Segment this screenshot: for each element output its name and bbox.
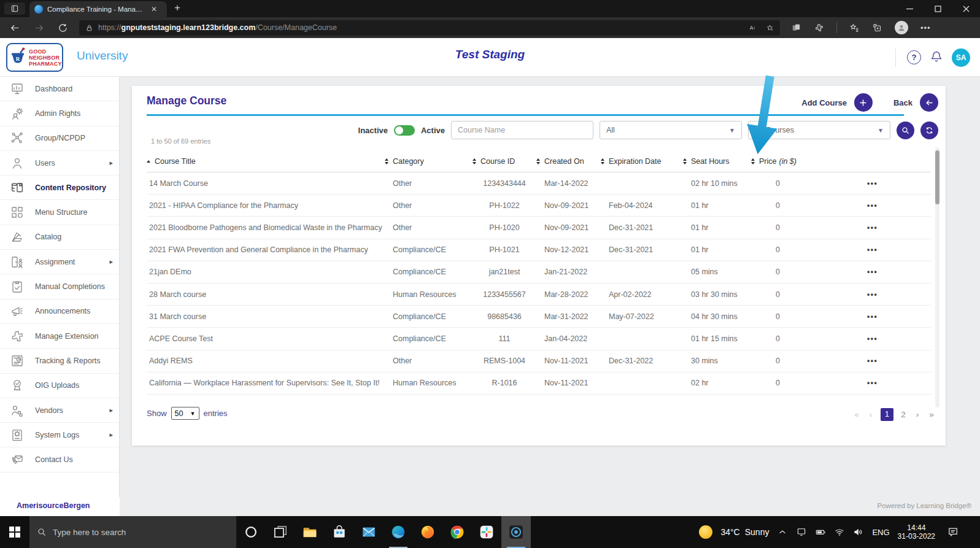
collections-icon[interactable] (872, 23, 882, 33)
start-button-icon[interactable] (0, 516, 29, 548)
split-screen-icon[interactable] (791, 23, 801, 33)
browser-profile-avatar[interactable] (895, 21, 908, 34)
column-header-course-title[interactable]: Course Title (147, 157, 385, 166)
row-actions-icon[interactable]: ••• (867, 357, 878, 365)
pagination-nav-icon[interactable]: › (913, 410, 922, 419)
row-actions-icon[interactable]: ••• (867, 268, 878, 276)
sidebar-item-manage-extension[interactable]: Manage Extension (0, 324, 119, 349)
row-actions-icon[interactable]: ••• (867, 179, 878, 188)
row-actions-icon[interactable]: ••• (867, 223, 878, 232)
row-actions-icon[interactable]: ••• (867, 290, 878, 299)
chrome-icon[interactable] (442, 516, 472, 548)
row-actions-icon[interactable]: ••• (867, 312, 878, 321)
sidebar-item-assignment[interactable]: Assignment▸ (0, 250, 119, 274)
pagination-page-2[interactable]: 2 (899, 410, 908, 419)
favorites-icon[interactable] (849, 23, 860, 33)
language-indicator[interactable]: ENG (872, 528, 889, 537)
file-explorer-icon[interactable] (295, 516, 325, 548)
weather-sun-icon[interactable] (699, 525, 712, 539)
manual-completions-icon (10, 279, 25, 294)
sidebar-item-system-logs[interactable]: System Logs▸ (0, 423, 119, 447)
notifications-bell-icon[interactable] (930, 49, 943, 66)
pagination-nav-icon[interactable]: ‹ (866, 410, 875, 419)
column-header-created-on[interactable]: Created On (536, 157, 601, 166)
forward-icon[interactable] (29, 20, 48, 36)
course-name-input[interactable] (451, 121, 593, 139)
reset-filters-button[interactable] (920, 122, 938, 139)
maximize-icon[interactable] (924, 0, 952, 17)
sidebar-item-dashboard[interactable]: Dashboard (0, 77, 119, 101)
task-view-icon[interactable] (266, 516, 295, 548)
pagination-nav-icon[interactable]: « (852, 410, 861, 419)
favorite-add-icon[interactable] (766, 24, 774, 32)
column-header-seat-hours[interactable]: Seat Hours (683, 157, 751, 166)
search-button[interactable] (897, 122, 914, 139)
pagination-nav-icon[interactable]: » (927, 410, 936, 419)
table-scrollbar-thumb[interactable] (935, 150, 939, 204)
screen-recorder-icon[interactable] (501, 516, 531, 548)
phone-link-icon[interactable] (796, 527, 807, 538)
table-scrollbar[interactable] (935, 147, 939, 407)
user-avatar[interactable]: SA (952, 48, 970, 67)
page-size-select[interactable]: 50▼ (171, 407, 199, 420)
row-actions-icon[interactable]: ••• (867, 245, 878, 254)
back-button[interactable] (920, 93, 938, 112)
volume-icon[interactable] (853, 527, 864, 538)
weather-desc[interactable]: Sunny (745, 527, 770, 537)
row-actions-icon[interactable]: ••• (867, 201, 878, 210)
mail-icon[interactable] (354, 516, 384, 548)
sidebar-item-oig-uploads[interactable]: OIG Uploads (0, 374, 119, 398)
add-course-button[interactable] (854, 93, 873, 112)
sidebar-item-admin-rights[interactable]: Admin Rights (0, 101, 119, 126)
sidebar-item-vendors[interactable]: Vendors▸ (0, 398, 119, 423)
taskbar-clock[interactable]: 14:4431-03-2022 (898, 523, 935, 541)
course-filter-select[interactable]: All Courses▼ (748, 121, 890, 139)
category-cell: Human Resources (385, 290, 473, 299)
tab-close-icon[interactable]: ✕ (150, 5, 158, 14)
row-actions-icon[interactable]: ••• (867, 334, 878, 343)
battery-icon[interactable] (815, 527, 826, 538)
firefox-icon[interactable] (413, 516, 442, 548)
read-aloud-icon[interactable] (748, 24, 756, 32)
column-header-expiration-date[interactable]: Expiration Date (601, 157, 683, 166)
column-header-price[interactable]: Price(in $) (751, 157, 831, 166)
column-header-course-id[interactable]: Course ID (473, 157, 536, 166)
minimize-icon[interactable] (895, 0, 924, 17)
active-toggle[interactable] (394, 125, 415, 136)
category-filter-select[interactable]: All▼ (600, 121, 742, 139)
close-window-icon[interactable] (952, 0, 980, 17)
edge-icon[interactable] (384, 516, 413, 548)
chevron-up-icon[interactable] (777, 527, 788, 538)
taskbar-search-input[interactable] (53, 528, 229, 537)
taskbar-search[interactable] (29, 516, 236, 548)
sidebar-item-contact-us[interactable]: Contact Us (0, 447, 119, 472)
pagination-page-1[interactable]: 1 (881, 408, 893, 421)
slack-icon[interactable] (472, 516, 501, 548)
cortana-icon[interactable] (236, 516, 266, 548)
sidebar-item-users[interactable]: Users▸ (0, 151, 119, 176)
address-bar[interactable]: https://gnputeststaging.learn123bridge.c… (79, 20, 780, 36)
weather-temp[interactable]: 34°C (720, 527, 739, 537)
back-icon[interactable] (6, 20, 24, 36)
sidebar-item-content-repository[interactable]: Content Repository (0, 176, 119, 200)
table-row: 14 March CourseOther1234343444Mar-14-202… (147, 172, 931, 195)
assignment-icon (10, 255, 25, 269)
action-center-icon[interactable] (943, 526, 963, 538)
browser-menu-icon[interactable]: ••• (920, 23, 931, 33)
wifi-icon[interactable] (834, 527, 845, 538)
extensions-icon[interactable] (814, 23, 824, 33)
tab-actions-icon[interactable] (4, 2, 25, 15)
new-tab-icon[interactable]: + (167, 0, 188, 17)
microsoft-store-icon[interactable] (325, 516, 354, 548)
column-header-category[interactable]: Category (385, 157, 473, 166)
row-actions-icon[interactable]: ••• (867, 379, 878, 387)
sidebar-item-announcements[interactable]: Announcements (0, 299, 119, 324)
sidebar-item-catalog[interactable]: Catalog (0, 225, 119, 250)
browser-tab[interactable]: Compliance Training - Manage C ✕ (29, 1, 167, 17)
sidebar-item-tracking-reports[interactable]: Tracking & Reports (0, 349, 119, 373)
refresh-icon[interactable] (53, 20, 72, 36)
sidebar-item-menu-structure[interactable]: Menu Structure (0, 200, 119, 225)
help-icon[interactable]: ? (907, 50, 921, 64)
sidebar-item-group-ncpdp[interactable]: Group/NCPDP (0, 126, 119, 151)
sidebar-item-manual-completions[interactable]: Manual Completions (0, 274, 119, 299)
